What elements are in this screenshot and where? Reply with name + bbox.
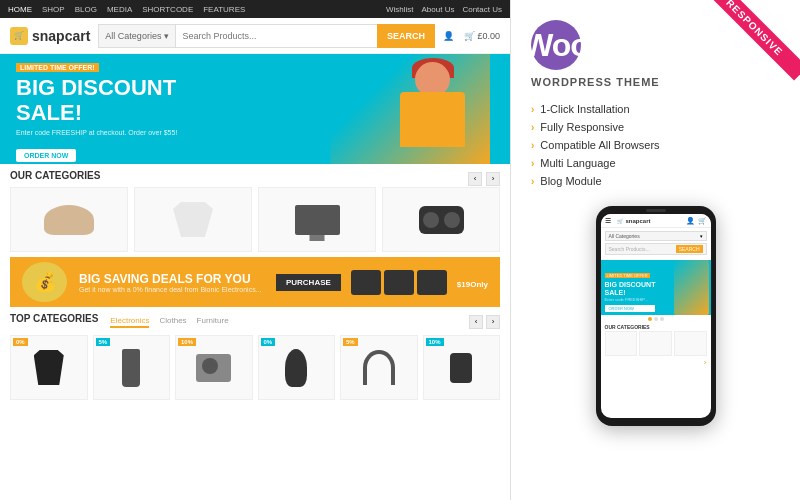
tab-electronics[interactable]: Electronics [110, 316, 149, 328]
phone-category-text: All Categories [609, 233, 700, 239]
search-bar: All Categories ▾ SEARCH [98, 24, 435, 48]
person-body [400, 92, 465, 147]
site-logo[interactable]: 🛒 snapcart [10, 27, 90, 45]
badge-5: 5% [343, 338, 358, 346]
watch-image [450, 353, 472, 383]
nav-wishlist[interactable]: Wishlist [386, 5, 414, 14]
category-shoes[interactable] [10, 187, 128, 252]
phone-screen: ☰ 🛒 snapcart 👤 🛒 All Categories ▾ [601, 214, 711, 418]
promo-title: BIG SAVING DEALS FOR YOU [79, 272, 264, 286]
promo-price: $19Only [457, 273, 488, 291]
product-1[interactable]: 0% [10, 335, 88, 400]
phone-bottom-arrow: › [601, 356, 711, 369]
feature-4: › Multi Language [531, 154, 780, 172]
feature-text-3: Compatible All Browsers [540, 139, 659, 151]
top-categories-section: TOP CATEGORIES Electronics Clothes Furni… [0, 307, 510, 404]
feature-2: › Fully Responsive [531, 118, 780, 136]
phone-user-icon: 👤 [686, 217, 695, 225]
hero-text: LIMITED TIME OFFER! BIG DISCOUNTSALE! En… [16, 56, 177, 161]
promo-subtitle: Get it now with a 0% finance deal from B… [79, 286, 264, 293]
phone-hero: LIMITED TIME OFFER BIG DISCOUNTSALE! Ent… [601, 260, 711, 315]
promo-cameras [351, 270, 447, 295]
product-4[interactable]: 0% [258, 335, 336, 400]
products-next[interactable]: › [486, 315, 500, 329]
category-sweater[interactable] [134, 187, 252, 252]
site-header: 🛒 snapcart All Categories ▾ SEARCH 👤 🛒 £… [0, 18, 510, 54]
hero-title: BIG DISCOUNTSALE! [16, 76, 177, 124]
woo-circle: Woo [531, 20, 581, 70]
section-header: OUR CATEGORIES ‹ › [10, 170, 500, 187]
dot-1 [648, 317, 652, 321]
hero-image [330, 54, 490, 164]
shoe-image [44, 205, 94, 235]
hero-offer: LIMITED TIME OFFER! [16, 63, 99, 72]
nav-contact[interactable]: Contact Us [462, 5, 502, 14]
dot-2 [654, 317, 658, 321]
product-5[interactable]: 5% [340, 335, 418, 400]
category-vr[interactable] [382, 187, 500, 252]
next-arrow[interactable]: › [486, 172, 500, 186]
left-panel: HOME SHOP BLOG MEDIA SHORTCODE FEATURES … [0, 0, 510, 500]
header-icons: 👤 🛒 £0.00 [443, 31, 500, 41]
feature-5: › Blog Module [531, 172, 780, 190]
products-prev[interactable]: ‹ [469, 315, 483, 329]
search-input[interactable] [175, 24, 377, 48]
hero-subtitle: Enter code FREESHIP at checkout. Order o… [16, 129, 177, 136]
promo-image: 💰 [22, 262, 67, 302]
phone-hero-image [674, 260, 709, 315]
badge-4: 0% [261, 338, 276, 346]
section-nav: ‹ › [468, 172, 500, 186]
nav-shop[interactable]: SHOP [42, 5, 65, 14]
phone-hero-title: BIG DISCOUNTSALE! [605, 281, 656, 298]
phone-hero-offer: LIMITED TIME OFFER [605, 273, 650, 278]
feature-text-5: Blog Module [540, 175, 601, 187]
category-monitor[interactable] [258, 187, 376, 252]
camera-image [196, 354, 231, 382]
feature-text-1: 1-Click Installation [540, 103, 629, 115]
hero-banner: LIMITED TIME OFFER! BIG DISCOUNTSALE! En… [0, 54, 510, 164]
prev-arrow[interactable]: ‹ [468, 172, 482, 186]
phone-cats-title: OUR CATEGORIES [601, 323, 711, 331]
phone-section: ☰ 🛒 snapcart 👤 🛒 All Categories ▾ [531, 206, 780, 426]
categories-title: OUR CATEGORIES [10, 170, 100, 181]
purchase-button[interactable]: PURCHASE [276, 274, 341, 291]
feature-3: › Compatible All Browsers [531, 136, 780, 154]
products-row: 0% 5% 10% 0% 5% 10% [10, 335, 500, 400]
features-list: › 1-Click Installation › Fully Responsiv… [531, 100, 780, 190]
nav-blog[interactable]: BLOG [75, 5, 97, 14]
badge-3: 10% [178, 338, 196, 346]
nav-media[interactable]: MEDIA [107, 5, 132, 14]
phone-hero-sub: Enter code FREESHIP... [605, 297, 656, 302]
product-6[interactable]: 10% [423, 335, 501, 400]
phone-hero-content: LIMITED TIME OFFER BIG DISCOUNTSALE! Ent… [605, 263, 656, 313]
arrow-icon-2: › [531, 122, 534, 133]
nav-features[interactable]: FEATURES [203, 5, 245, 14]
product-2[interactable]: 5% [93, 335, 171, 400]
headphones-image [363, 350, 395, 385]
cart-icon[interactable]: 🛒 £0.00 [464, 31, 500, 41]
search-button[interactable]: SEARCH [377, 24, 435, 48]
logo-text: snapcart [32, 28, 90, 44]
responsive-badge-container: RESPONSIVE [710, 0, 800, 90]
tab-clothes[interactable]: Clothes [159, 316, 186, 328]
camera-3 [417, 270, 447, 295]
phone-icons: 👤 🛒 [686, 217, 707, 225]
hero-cta-button[interactable]: ORDER NOW [16, 149, 76, 162]
lens-image [285, 349, 307, 387]
search-category[interactable]: All Categories ▾ [98, 24, 175, 48]
woo-text: Woo [523, 27, 589, 64]
badge-1: 0% [13, 338, 28, 346]
promo-text: BIG SAVING DEALS FOR YOU Get it now with… [79, 272, 264, 293]
product-3[interactable]: 10% [175, 335, 253, 400]
top-categories-title: TOP CATEGORIES [10, 313, 98, 324]
feature-text-2: Fully Responsive [540, 121, 624, 133]
top-categories-header: TOP CATEGORIES Electronics Clothes Furni… [10, 313, 500, 330]
phone-dots [601, 315, 711, 323]
nav-about[interactable]: About Us [422, 5, 455, 14]
nav-home[interactable]: HOME [8, 5, 32, 14]
promo-banner: 💰 BIG SAVING DEALS FOR YOU Get it now wi… [10, 257, 500, 307]
tab-furniture[interactable]: Furniture [197, 316, 229, 328]
nav-shortcode[interactable]: SHORTCODE [142, 5, 193, 14]
badge-2: 5% [96, 338, 111, 346]
user-icon[interactable]: 👤 [443, 31, 454, 41]
